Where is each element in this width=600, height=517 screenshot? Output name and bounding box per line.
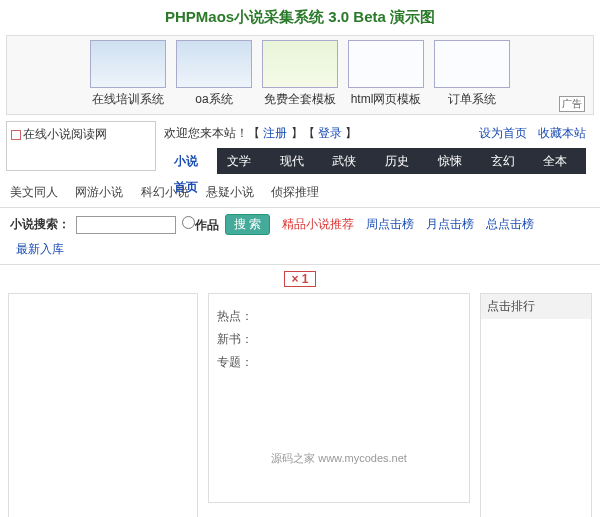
search-radio[interactable] xyxy=(182,216,195,229)
subnav-item[interactable]: 悬疑小说 xyxy=(206,185,254,199)
book-icon xyxy=(11,130,21,140)
search-radio-label[interactable]: 作品 xyxy=(182,216,219,234)
subnav-item[interactable]: 网游小说 xyxy=(75,185,123,199)
set-home-link[interactable]: 设为首页 xyxy=(479,126,527,140)
rank-title: 点击排行 xyxy=(481,294,591,319)
thumb-item[interactable]: 在线培训系统 xyxy=(90,40,166,108)
register-link[interactable]: 注册 xyxy=(263,126,287,140)
topic-label: 专题： xyxy=(217,354,461,371)
search-bar: 小说搜索： 作品 搜 索 精品小说推荐 周点击榜 月点击榜 总点击榜 最新入库 xyxy=(0,207,600,265)
ad-badge: 广告 xyxy=(559,96,585,112)
delete-row: × 1 xyxy=(0,265,600,293)
welcome-text: 设为首页 收藏本站 欢迎您来本站！【 注册 】【 登录 】 xyxy=(164,125,586,142)
thumb-bar: 在线培训系统 oa系统 免费全套模板 html网页模板 订单系统 广告 xyxy=(6,35,594,115)
search-link[interactable]: 月点击榜 xyxy=(426,216,474,233)
login-link[interactable]: 登录 xyxy=(318,126,342,140)
page-title: PHPMaos小说采集系统 3.0 Beta 演示图 xyxy=(0,0,600,35)
site-logo[interactable]: 在线小说阅读网 xyxy=(6,121,156,171)
left-column xyxy=(8,293,198,517)
thumb-item[interactable]: html网页模板 xyxy=(348,40,424,108)
subnav-item[interactable]: 侦探推理 xyxy=(271,185,319,199)
main-nav: 小说首页 文学频道 现代言情 武侠玄幻 历史科幻 惊悚悬疑 玄幻小说 全本小说 xyxy=(164,148,586,174)
favorite-link[interactable]: 收藏本站 xyxy=(538,126,586,140)
search-link[interactable]: 周点击榜 xyxy=(366,216,414,233)
nav-item[interactable]: 武侠玄幻 xyxy=(322,148,375,174)
source-credit: 源码之家 www.mycodes.net xyxy=(217,451,461,466)
thumb-item[interactable]: 免费全套模板 xyxy=(262,40,338,108)
nav-home[interactable]: 小说首页 xyxy=(164,148,217,174)
new-label: 新书： xyxy=(217,331,461,348)
nav-item[interactable]: 全本小说 xyxy=(533,148,586,174)
thumb-item[interactable]: 订单系统 xyxy=(434,40,510,108)
search-button[interactable]: 搜 索 xyxy=(225,214,270,235)
nav-item[interactable]: 惊悚悬疑 xyxy=(428,148,481,174)
search-link[interactable]: 最新入库 xyxy=(16,241,64,258)
nav-item[interactable]: 文学频道 xyxy=(217,148,270,174)
thumb-item[interactable]: oa系统 xyxy=(176,40,252,108)
search-link[interactable]: 总点击榜 xyxy=(486,216,534,233)
search-input[interactable] xyxy=(76,216,176,234)
delete-button[interactable]: × 1 xyxy=(284,271,315,287)
hot-label: 热点： xyxy=(217,308,461,325)
subnav-item[interactable]: 美文同人 xyxy=(10,185,58,199)
content-box: 热点： 新书： 专题： 源码之家 www.mycodes.net xyxy=(208,293,470,503)
nav-item[interactable]: 现代言情 xyxy=(270,148,323,174)
search-link[interactable]: 精品小说推荐 xyxy=(282,216,354,233)
search-label: 小说搜索： xyxy=(10,216,70,233)
nav-item[interactable]: 玄幻小说 xyxy=(481,148,534,174)
nav-item[interactable]: 历史科幻 xyxy=(375,148,428,174)
subnav-item[interactable]: 科幻小说 xyxy=(141,185,189,199)
rank-box: 点击排行 xyxy=(480,293,592,517)
